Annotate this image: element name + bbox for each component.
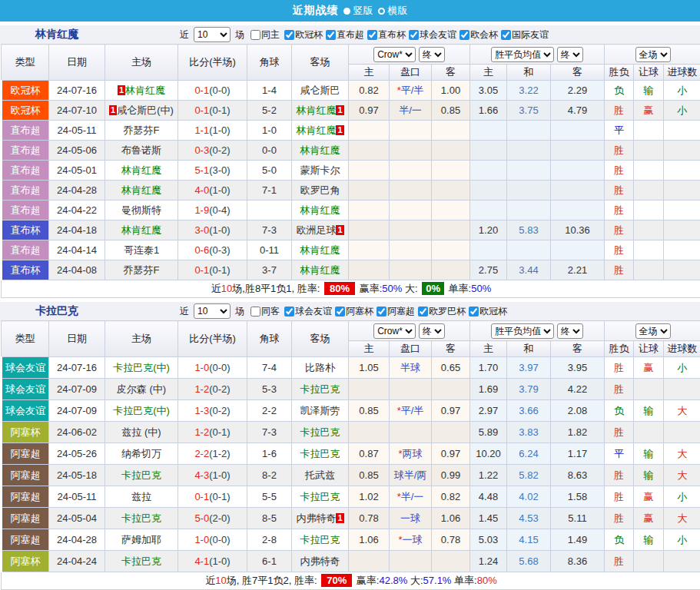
league-filter-input[interactable] [284,30,294,40]
league-filter-checkbox[interactable]: 欧会杯 [456,28,498,41]
league-filter-input[interactable] [367,30,377,40]
section-header: 林肯红魔 近 10 场 同主 欧冠杯直布超直布杯球会友谊欧会杯国际友谊 [0,25,700,44]
avg-odds-cell: 3.05 [470,81,507,101]
odds-company-select[interactable]: Crow* [373,323,416,339]
away-team-cell: 内弗特奇1 [292,508,349,529]
score-cell: 5-1(3-0) [178,161,247,181]
league-filter-input[interactable] [469,307,479,317]
team-section: 卡拉巴克 近 10 场 同客 球会友谊阿塞杯阿塞超欧罗巴杯欧冠杯 类型 日期 主… [0,302,700,590]
col-wdl: 胜负 [605,341,634,357]
score-cell: 1-0(0-0) [178,357,247,379]
home-team-cell: 纳希切万 [105,443,178,465]
same-venue-input[interactable] [250,307,260,317]
handicap-text: 一球 [403,534,423,545]
col-odds-handicap: 盘口 [390,65,432,81]
avg-odds-cell: 1.49 [551,529,605,551]
away-team-name: 林肯红魔 [296,124,336,136]
corner-cell: 5-0 [247,161,292,181]
handicap-cell [390,379,432,400]
league-filter-checkbox[interactable]: 直布杯 [364,28,406,41]
league-filter-input[interactable] [377,307,386,317]
scope-select[interactable]: 全场 [635,47,671,62]
league-filter-checkbox[interactable]: 球会友谊 [281,305,332,318]
halftime-score: (0-4) [209,204,230,216]
handicap-cell: *平/半 [390,400,432,422]
handicap-result-cell: 赢 [634,101,664,121]
home-team-name: 曼彻斯特 [121,204,161,216]
league-filter-checkbox[interactable]: 直布超 [323,28,364,41]
league-filter-checkbox[interactable]: 阿塞超 [373,305,415,318]
league-filter-input[interactable] [418,307,428,317]
avg-odds-cell: 4.15 [507,529,551,551]
avg-time-select[interactable]: 终 [557,323,583,339]
league-filter-input[interactable] [501,30,511,40]
odds-company-select[interactable]: Crow* [373,47,416,62]
odds-cell [432,551,470,572]
summary-segment: 70% [321,574,352,587]
fulltime-score: 1-0 [194,362,209,373]
handicap-result-cell: 输 [634,81,664,101]
same-venue-input[interactable] [250,30,260,40]
odds-cell: 1.00 [432,81,470,101]
date-cell: 24-04-24 [49,551,105,572]
wdl-result-cell: 胜 [605,465,634,486]
handicap-cell: *两球 [390,443,432,465]
match-row: 阿塞超24-04-28萨姆加耶1-0(0-0)2-8卡拉巴克1.06*一球0.7… [2,529,700,551]
league-type-cell: 球会友谊 [2,379,49,400]
col-corner: 角球 [247,321,292,357]
home-team-cell: 卡拉巴克 [105,465,178,486]
league-filter-checkbox[interactable]: 国际友谊 [498,28,549,41]
fulltime-score: 1-1 [194,124,209,136]
halftime-score: (0-1) [209,491,230,502]
layout-vertical-radio[interactable]: 竖版 [343,4,373,18]
league-filter-checkbox[interactable]: 欧冠杯 [466,305,507,318]
same-venue-checkbox[interactable]: 同主 [247,28,280,41]
odds-time-select[interactable]: 终 [419,47,445,62]
avg-type-select[interactable]: 胜平负均值 [491,323,554,339]
match-count-select[interactable]: 10 [194,27,231,42]
wdl-result-cell: 胜 [605,260,634,280]
match-row: 阿塞超24-05-11兹拉0-1(0-1)5-5卡拉巴克1.02*半/一0.82… [2,486,700,508]
league-filter-input[interactable] [326,30,336,40]
league-filter-input[interactable] [409,30,419,40]
wdl-result-cell: 平 [605,443,634,465]
handicap-result-cell: 赢 [634,508,664,529]
handicap-text: 半/一 [399,104,422,116]
layout-horizontal-radio[interactable]: 横版 [378,4,408,18]
avg-type-select[interactable]: 胜平负均值 [491,47,554,62]
halftime-score: (1-0) [209,469,230,481]
odds-time-select[interactable]: 终 [419,323,445,339]
halftime-score: (0-0) [209,534,230,545]
avg-odds-cell: 6.24 [507,443,551,465]
same-venue-checkbox[interactable]: 同客 [247,305,280,318]
league-filter-input[interactable] [335,307,345,317]
league-filter-input[interactable] [284,307,294,317]
match-rows: 欧冠杯24-07-161林肯红魔0-1(0-0)1-4咸仑斯巴0.82*平/半1… [2,81,700,280]
match-row: 直布超24-05-11乔瑟芬F1-1(1-0)1-0林肯红魔1平 [2,121,700,141]
avg-odds-cell: 1.22 [470,465,507,486]
handicap-result-cell: 赢 [634,486,664,508]
league-type-cell: 阿塞超 [2,465,49,486]
league-checkbox-group: 欧冠杯直布超直布杯球会友谊欧会杯国际友谊 [281,28,549,41]
avg-time-select[interactable]: 终 [557,47,583,62]
league-filter-checkbox[interactable]: 欧罗巴杯 [415,305,466,318]
league-filter-input[interactable] [459,30,469,40]
league-filter-checkbox[interactable]: 欧冠杯 [281,28,323,41]
scope-select[interactable]: 全场 [635,323,671,339]
away-team-name: 林肯红魔 [300,144,340,156]
matches-table: 类型 日期 主场 比分(半场) 角球 客场 Crow* 终 胜平负均值 终 全场 [0,44,700,298]
league-type-cell: 球会友谊 [2,357,49,379]
home-team-name: 纳希切万 [121,448,161,459]
match-count-select[interactable]: 10 [194,303,231,319]
league-filter-label: 欧冠杯 [479,305,507,318]
summary-segment: 近 [205,575,215,586]
wdl-result-cell: 胜 [605,551,634,572]
away-team-cell: 林肯红魔 [292,240,349,260]
league-filter-checkbox[interactable]: 球会友谊 [406,28,456,41]
odds-cell: 0.99 [432,465,470,486]
avg-odds-cell [551,201,605,220]
match-row: 直布超24-04-14哥连泰10-6(0-3)0-11林肯红魔胜 [2,240,700,260]
avg-odds-cell: 8.36 [551,551,605,572]
corner-cell: 8-2 [247,465,292,486]
league-filter-checkbox[interactable]: 阿塞杯 [332,305,373,318]
